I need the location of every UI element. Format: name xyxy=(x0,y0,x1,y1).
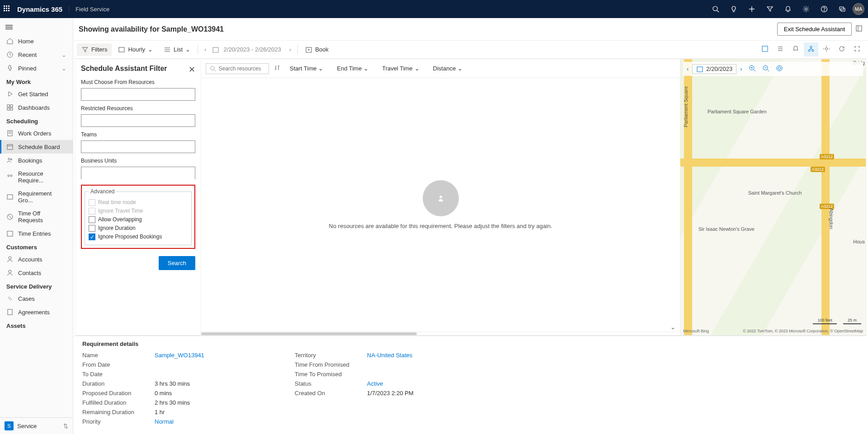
nav-schedule-board[interactable]: Schedule Board xyxy=(0,140,73,154)
map-locate-icon[interactable] xyxy=(773,63,786,75)
nav-time-entries[interactable]: Time Entries xyxy=(0,227,73,240)
sort-icon[interactable] xyxy=(274,64,281,73)
section-customers: Customers xyxy=(0,240,73,252)
bell-icon[interactable] xyxy=(780,0,796,18)
req-value: 1 hr xyxy=(155,409,165,415)
business-units-input[interactable] xyxy=(81,167,195,179)
req-name-link[interactable]: Sample_WO13941 xyxy=(155,352,204,359)
ignore-duration-checkbox[interactable] xyxy=(89,225,95,232)
nav-get-started[interactable]: Get Started xyxy=(0,87,73,101)
nav-req-groups[interactable]: Requirement Gro... xyxy=(0,187,73,207)
schedule-assistant-filter-panel: Schedule Assistant Filter ✕ Must Choose … xyxy=(75,59,201,335)
col-distance[interactable]: Distance ⌄ xyxy=(429,65,467,72)
nav-home[interactable]: Home xyxy=(0,34,73,48)
field-label: Restricted Resources xyxy=(81,105,195,112)
cmd-filters[interactable]: Filters xyxy=(77,43,112,56)
cmd-filter-view-icon[interactable] xyxy=(758,42,772,56)
cmd-label: Book xyxy=(315,46,329,53)
nav-label: Time Off Requests xyxy=(18,210,66,224)
search-button[interactable]: Search xyxy=(159,256,195,270)
close-icon[interactable]: ✕ xyxy=(189,65,195,75)
waffle-icon[interactable] xyxy=(4,5,11,13)
svg-point-22 xyxy=(8,175,9,177)
nav-recent[interactable]: Recent⌄ xyxy=(0,48,73,61)
person-icon xyxy=(6,256,14,263)
svg-point-7 xyxy=(824,11,825,11)
cmd-hourly[interactable]: Hourly⌄ xyxy=(113,43,157,56)
nav-cases[interactable]: Cases xyxy=(0,292,73,305)
cmd-gear-icon[interactable] xyxy=(819,42,834,56)
app-switcher[interactable]: S Service ⇅ xyxy=(0,417,73,434)
map-next-button[interactable]: › xyxy=(737,64,745,74)
ignore-proposed-bookings-checkbox[interactable]: ✓ xyxy=(89,233,95,240)
nav-time-off[interactable]: Time Off Requests xyxy=(0,207,73,227)
chevron-updown-icon: ⇅ xyxy=(63,423,68,429)
req-label: Remaining Duration xyxy=(82,409,155,415)
col-travel-time[interactable]: Travel Time ⌄ xyxy=(377,65,424,72)
req-value: 0 mins xyxy=(155,390,172,397)
svg-rect-11 xyxy=(7,105,9,107)
page-title: Showing availability for Sample_WO13941 xyxy=(79,25,224,33)
cmd-tree-icon[interactable] xyxy=(804,42,818,56)
avatar[interactable]: MA xyxy=(853,3,864,15)
req-value: 1/7/2023 2:20 PM xyxy=(367,390,414,397)
req-value: 3 hrs 30 mins xyxy=(155,380,190,387)
horizontal-scrollbar[interactable] xyxy=(201,331,680,335)
hamburger-icon[interactable] xyxy=(0,20,73,34)
chat-icon[interactable] xyxy=(835,0,850,18)
map-zoom-in-icon[interactable] xyxy=(746,63,759,75)
col-start-time[interactable]: Start Time ⌄ xyxy=(285,65,328,72)
must-choose-resources-input[interactable] xyxy=(81,88,195,101)
app-tile: S xyxy=(5,421,14,430)
map-date-picker[interactable]: 2/20/2023 xyxy=(692,64,736,74)
map-prev-button[interactable]: ‹ xyxy=(684,64,691,74)
expand-icon[interactable] xyxy=(855,25,863,33)
nav-resource-req[interactable]: Resource Require... xyxy=(0,167,73,187)
plus-icon[interactable] xyxy=(744,0,760,18)
gear-icon[interactable] xyxy=(798,0,814,18)
cmd-bell-icon[interactable] xyxy=(788,42,803,56)
nav-contacts[interactable]: Contacts xyxy=(0,266,73,280)
map-label-hous: Hous xyxy=(853,239,865,244)
restricted-resources-input[interactable] xyxy=(81,114,195,127)
map-zoom-out-icon[interactable] xyxy=(760,63,772,75)
nav-dashboards[interactable]: Dashboards xyxy=(0,101,73,114)
cmd-list[interactable]: List⌄ xyxy=(159,43,195,56)
req-territory-link[interactable]: NA-United States xyxy=(367,352,412,359)
cmd-list-icon[interactable] xyxy=(773,42,788,56)
exit-schedule-assistant-button[interactable]: Exit Schedule Assistant xyxy=(777,23,852,36)
map-panel[interactable]: A3212 A3212 A3212 Parliament Square Gard… xyxy=(680,59,866,335)
svg-rect-38 xyxy=(762,46,768,51)
svg-point-29 xyxy=(9,270,11,273)
map-street-abingdon: Abingdon xyxy=(829,208,834,229)
nav-bookings[interactable]: Bookings xyxy=(0,154,73,167)
req-priority-link[interactable]: Normal xyxy=(155,418,174,425)
document-icon xyxy=(6,308,14,316)
nav-agreements[interactable]: Agreements xyxy=(0,305,73,319)
nav-accounts[interactable]: Accounts xyxy=(0,252,73,266)
teams-input[interactable] xyxy=(81,140,195,153)
svg-line-1 xyxy=(717,10,719,12)
search-icon[interactable] xyxy=(708,0,723,18)
cmd-refresh-icon[interactable] xyxy=(835,42,849,56)
help-icon[interactable] xyxy=(816,0,832,18)
cmd-book[interactable]: Book xyxy=(301,43,333,56)
clock-icon xyxy=(6,51,14,58)
cmd-fullscreen-icon[interactable] xyxy=(850,42,864,56)
next-date-button[interactable]: › xyxy=(286,44,295,55)
lightbulb-icon[interactable] xyxy=(726,0,741,18)
map-logo: Microsoft Bing xyxy=(683,329,709,333)
nav-work-orders[interactable]: Work Orders xyxy=(0,126,73,140)
allow-overlapping-checkbox[interactable] xyxy=(89,216,95,223)
req-status-link[interactable]: Active xyxy=(367,380,383,387)
filter-icon[interactable] xyxy=(762,0,778,18)
search-resources-input[interactable] xyxy=(218,65,265,72)
nav-pinned[interactable]: Pinned⌄ xyxy=(0,61,73,75)
chevron-down-icon[interactable]: ⌄ xyxy=(670,324,675,331)
prev-date-button[interactable]: ‹ xyxy=(201,44,210,55)
date-range[interactable]: 2/20/2023 - 2/26/2023 xyxy=(221,46,284,53)
empty-state: No resources are available for this requ… xyxy=(201,78,680,331)
col-end-time[interactable]: End Time ⌄ xyxy=(332,65,373,72)
app-switch-label: Service xyxy=(17,423,37,429)
search-resources-box[interactable] xyxy=(206,63,269,74)
